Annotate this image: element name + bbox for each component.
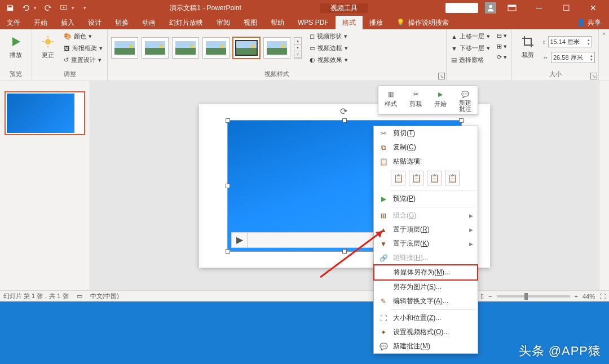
video-effects-button[interactable]: ◐视频效果 ▾ (308, 55, 349, 65)
style-thumb-1[interactable] (111, 37, 138, 59)
style-gallery[interactable]: ▴▾▿ (111, 32, 302, 59)
tab-format[interactable]: 格式 (336, 16, 363, 29)
video-play-button[interactable]: ▶ (232, 232, 248, 248)
tab-help[interactable]: 帮助 (264, 16, 291, 29)
mini-style-button[interactable]: ▥样式 (382, 88, 400, 112)
paste-option-1[interactable]: 📋 (391, 171, 405, 185)
undo-icon[interactable] (21, 3, 30, 12)
ctx-new-comment[interactable]: 💬新建批注(M) (374, 339, 478, 353)
ctx-save-media[interactable]: 将媒体另存为(M)... (374, 265, 477, 279)
fit-to-window-icon[interactable]: ⛶ (599, 293, 606, 300)
vertical-scrollbar[interactable] (599, 81, 609, 290)
tab-playback[interactable]: 播放 (363, 16, 390, 29)
crop-button[interactable]: 裁剪 (515, 32, 540, 59)
style-thumb-3[interactable] (172, 37, 199, 59)
mini-start-button[interactable]: ▶开始 (431, 88, 449, 112)
height-input[interactable]: 15.14 厘米▴▾ (548, 36, 592, 47)
redo-icon[interactable] (43, 3, 52, 12)
style-thumb-4[interactable] (202, 37, 230, 59)
ribbon-display-icon[interactable] (501, 2, 523, 14)
ctx-size-position[interactable]: ⛶大小和位置(Z)... (374, 311, 478, 325)
language-status[interactable]: 中文(中国) (90, 292, 119, 300)
paste-option-3[interactable]: 📋 (427, 171, 442, 185)
user-avatar-icon[interactable] (485, 2, 496, 14)
send-backward-button[interactable]: ▼下移一层 ▾ (450, 43, 491, 53)
play-label: 播放 (10, 51, 22, 59)
rotate-handle-icon[interactable]: ⟳ (340, 106, 349, 115)
mini-crop-button[interactable]: ✂剪裁 (407, 88, 425, 112)
bring-forward-button[interactable]: ▲上移一层 ▾ (450, 32, 491, 41)
zoom-in-button[interactable]: + (575, 293, 578, 300)
paste-options-row: 📋 📋 📋 📋 (374, 168, 478, 189)
height-value: 15.14 厘米 (550, 38, 580, 46)
ctx-alt-text[interactable]: ✎编辑替换文字(A)... (374, 294, 478, 308)
ctx-bring-front[interactable]: ▲置于顶层(R)▶ (374, 223, 478, 237)
resize-handle[interactable] (226, 249, 230, 254)
style-thumb-2[interactable] (142, 37, 169, 59)
gallery-more[interactable]: ▴▾▿ (294, 37, 302, 59)
zoom-slider[interactable] (497, 295, 570, 298)
resize-handle[interactable] (226, 118, 230, 123)
slide-thumbnail-1[interactable]: 1 * (5, 91, 85, 135)
ctx-send-back[interactable]: ▼置于底层(K)▶ (374, 237, 478, 251)
slide-thumbnail-pane[interactable]: 1 * (0, 81, 90, 290)
tab-design[interactable]: 设计 (81, 16, 108, 29)
close-button[interactable]: ✕ (582, 2, 604, 14)
minimize-button[interactable]: ─ (528, 2, 550, 14)
tab-review[interactable]: 审阅 (210, 16, 237, 29)
group-objects-button[interactable]: ⊞ ▾ (496, 42, 508, 51)
tab-insert[interactable]: 插入 (54, 16, 81, 29)
resize-handle[interactable] (342, 249, 347, 254)
ctx-cut[interactable]: ✂剪切(T) (374, 126, 478, 140)
paste-option-4[interactable]: 📋 (445, 171, 460, 185)
view-slideshow-icon[interactable]: ▯ (480, 292, 484, 300)
tab-home[interactable]: 开始 (27, 16, 54, 29)
play-button[interactable]: 播放 (3, 32, 28, 59)
save-icon[interactable] (6, 3, 15, 12)
resize-handle[interactable] (459, 118, 464, 123)
tab-view[interactable]: 视图 (237, 16, 264, 29)
video-border-button[interactable]: ▭视频边框 ▾ (308, 43, 349, 53)
poster-frame-button[interactable]: 🖼海报框架 ▾ (63, 43, 104, 53)
start-slideshow-icon[interactable] (59, 3, 68, 12)
slideshow-dropdown-icon[interactable]: ▾ (72, 5, 74, 11)
width-input[interactable]: 26.58 厘米▴▾ (551, 52, 595, 63)
ctx-preview[interactable]: ▶预览(P) (374, 192, 478, 206)
video-shape-button[interactable]: ◻视频形状 ▾ (308, 32, 349, 41)
align-button[interactable]: ⊟ ▾ (496, 32, 508, 40)
slide-canvas[interactable]: ⟳ ▶ (90, 81, 599, 290)
maximize-button[interactable]: ☐ (555, 2, 577, 14)
tab-wps-pdf[interactable]: WPS PDF (291, 16, 336, 29)
size-dialog-launcher[interactable]: ↘ (590, 73, 597, 79)
collapse-ribbon-button[interactable]: ˄ (599, 29, 609, 81)
undo-dropdown-icon[interactable]: ▾ (34, 5, 37, 11)
zoom-out-button[interactable]: − (488, 293, 492, 300)
ctx-copy[interactable]: ⧉复制(C) (374, 140, 478, 154)
styles-dialog-launcher[interactable]: ↘ (438, 73, 445, 79)
resize-handle[interactable] (226, 184, 230, 188)
zoom-level[interactable]: 44% (582, 293, 595, 300)
slide-counter[interactable]: 幻灯片 第 1 张，共 1 张 (3, 292, 69, 300)
accessibility-icon[interactable]: ▭ (77, 292, 82, 300)
resize-handle[interactable] (342, 118, 347, 123)
qat-customize-icon[interactable]: ▾ (83, 5, 86, 11)
ctx-save-picture[interactable]: 另存为图片(S)... (374, 280, 478, 294)
corrections-button[interactable]: 更正 (36, 32, 60, 59)
tab-file[interactable]: 文件 (0, 16, 27, 29)
paste-option-2[interactable]: 📋 (409, 171, 423, 185)
chevron-right-icon: ▶ (469, 213, 473, 219)
tab-transitions[interactable]: 切换 (108, 16, 135, 29)
share-button[interactable]: 👤 共享 (569, 18, 609, 28)
tell-me-search[interactable]: 💡 操作说明搜索 (396, 18, 449, 28)
color-button[interactable]: 🎨颜色 ▾ (63, 32, 104, 41)
tab-animations[interactable]: 动画 (135, 16, 162, 29)
style-thumb-5[interactable] (233, 37, 260, 59)
reset-design-button[interactable]: ↺重置设计 ▾ (63, 55, 104, 65)
style-thumb-6[interactable] (263, 37, 290, 59)
ctx-format-video[interactable]: ✦设置视频格式(O)... (374, 325, 478, 339)
tab-slideshow[interactable]: 幻灯片放映 (162, 16, 210, 29)
account-name-box[interactable] (445, 3, 478, 13)
selection-pane-button[interactable]: ▤选择窗格 (450, 55, 491, 65)
rotate-button[interactable]: ⟳ ▾ (496, 53, 508, 61)
mini-comment-button[interactable]: 💬新建 批注 (456, 88, 474, 112)
